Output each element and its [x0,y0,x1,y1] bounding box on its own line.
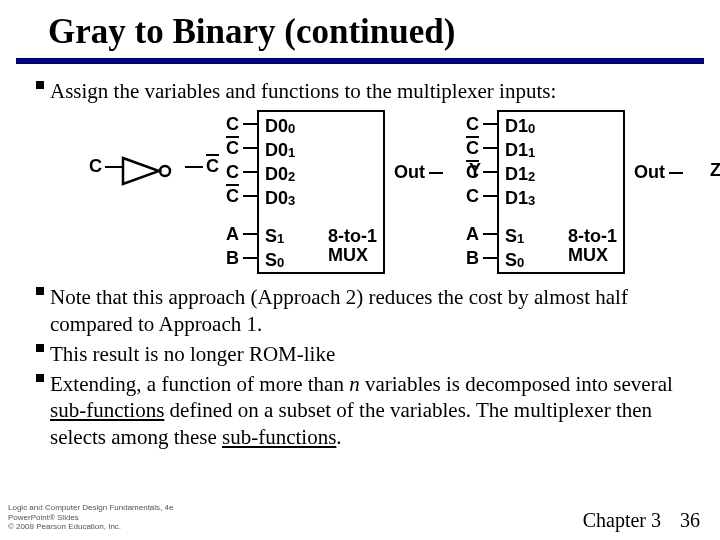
mux-left-group: C C C C A B D00 D01 D02 D03 S1 S0 Out [221,110,385,274]
mux-diagram: C C C C C C A B D00 D01 D02 [34,110,696,274]
bullet-icon [34,284,50,298]
mux-right-group: C C C C A B D10 D11 D12 D13 S1 S0 Out [461,110,625,274]
pin-d13: D13 [499,186,623,210]
mux-in-cbar: C [221,186,239,207]
chapter-page: Chapter 3 36 [583,509,700,532]
bullet-icon [34,78,50,92]
mux-type-label: 8-to-1MUX [568,227,617,267]
mux-in-cbar: C [461,162,479,183]
svg-rect-3 [36,287,44,295]
mux-right-inputs: C C C C A B [461,110,497,270]
mux-sel-b: B [221,248,239,269]
mux-left-out: Out [390,162,443,183]
copyright-block: Logic and Computer Design Fundamentals, … [8,503,173,532]
mux-in-cbar: C [221,138,239,159]
bullet-4-text: Extending, a function of more than n var… [50,371,696,450]
page-number: 36 [680,509,700,531]
inverter-output-label: C [206,156,219,177]
svg-rect-5 [36,374,44,382]
wire [185,166,203,168]
bullet-icon [34,371,50,385]
bullet-2-text: Note that this approach (Approach 2) red… [50,284,696,337]
pin-d11: D11 [499,138,623,162]
bullet-3-text: This result is no longer ROM-like [50,341,696,367]
mux-in-c: C [461,186,479,207]
title-rule [16,58,704,64]
inverter-input-label: C [89,156,102,177]
mux-sel-a: A [221,224,239,245]
bullet-3: This result is no longer ROM-like [34,341,696,367]
out-label: Out [394,162,425,183]
out-label: Out [634,162,665,183]
mux-sel-b: B [461,248,479,269]
pin-d03: D03 [259,186,383,210]
svg-rect-4 [36,344,44,352]
inverter: C C [105,140,203,200]
footer: Logic and Computer Design Fundamentals, … [0,503,720,532]
mux-left-inputs: C C C C A B [221,110,257,270]
svg-rect-0 [36,81,44,89]
pin-d00: D00 [259,114,383,138]
mux-right-box: D10 D11 D12 D13 S1 S0 Out Z 8-to-1MUX [497,110,625,274]
pin-d02: D02 [259,162,383,186]
mux-in-cbar: C [461,138,479,159]
svg-marker-1 [123,158,159,184]
mux-in-c: C [221,162,239,183]
slide-title: Gray to Binary (continued) [0,0,720,58]
bullet-1-text: Assign the variables and functions to th… [50,78,696,104]
bullet-icon [34,341,50,355]
bullet-4: Extending, a function of more than n var… [34,371,696,450]
not-gate-icon [121,156,179,186]
pin-d01: D01 [259,138,383,162]
bullet-2: Note that this approach (Approach 2) red… [34,284,696,337]
mux-right-out: Out [630,162,683,183]
mux-type-label: 8-to-1MUX [328,227,377,267]
mux-sel-a: A [461,224,479,245]
mux-in-c: C [221,114,239,135]
content-area: Assign the variables and functions to th… [0,78,720,450]
mux-in-c: C [461,114,479,135]
z-output: Z [710,160,720,181]
bullet-1: Assign the variables and functions to th… [34,78,696,104]
pin-d10: D10 [499,114,623,138]
mux-left-box: D00 D01 D02 D03 S1 S0 Out Y 8-to-1MUX [257,110,385,274]
pin-d12: D12 [499,162,623,186]
chapter-label: Chapter 3 [583,509,661,531]
